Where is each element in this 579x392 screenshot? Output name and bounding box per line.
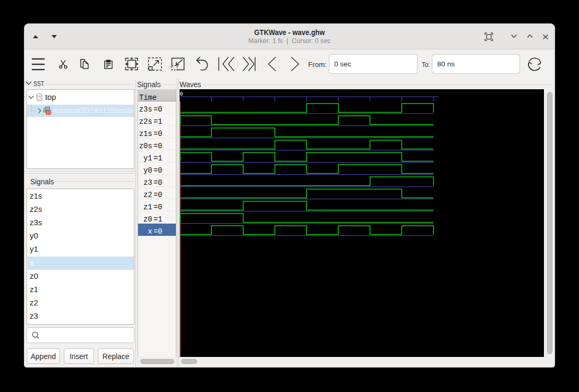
- svg-text:0: 0: [180, 91, 183, 97]
